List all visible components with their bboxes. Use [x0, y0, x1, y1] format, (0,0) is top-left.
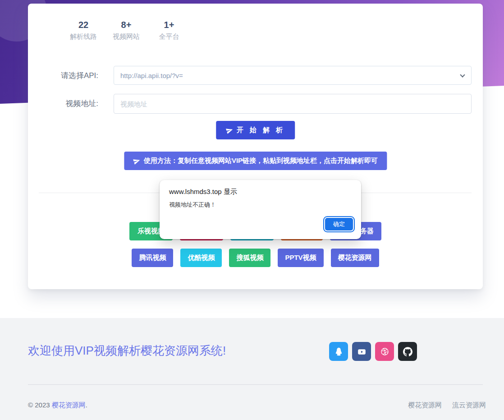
stat-value: 1+ — [153, 19, 185, 31]
platform-button-tencent[interactable]: 腾讯视频 — [132, 249, 173, 267]
dribbble-icon — [380, 347, 389, 356]
github-social-button[interactable] — [398, 342, 417, 361]
usage-instructions-text: 使用方法：复制任意视频网站VIP链接，粘贴到视频地址栏，点击开始解析即可 — [144, 157, 378, 165]
api-form-row: 请选择API: http://api.apii.top/?v= — [28, 66, 483, 86]
copyright-suffix: . — [86, 401, 87, 409]
stat-label: 解析线路 — [68, 32, 99, 42]
qq-icon — [334, 347, 344, 356]
stat-all-platform: 1+ 全平台 — [153, 19, 185, 42]
platform-button-sohu[interactable]: 搜狐视频 — [229, 249, 270, 267]
platform-button-sakura[interactable]: 樱花资源网 — [331, 249, 379, 267]
start-parse-button[interactable]: 开 始 解 析 — [216, 121, 295, 139]
footer-links: 樱花资源网 流云资源网 — [408, 401, 486, 410]
alert-dialog-message: 视频地址不正确！ — [169, 201, 216, 209]
qq-social-button[interactable] — [329, 342, 348, 361]
start-parse-label: 开 始 解 析 — [237, 126, 285, 134]
platform-button-pptv[interactable]: PPTV视频 — [278, 249, 323, 267]
stats-row: 22 解析线路 8+ 视频网站 1+ 全平台 — [68, 19, 185, 42]
stat-video-sites: 8+ 视频网站 — [110, 19, 142, 42]
paper-plane-icon — [132, 156, 141, 165]
stat-value: 22 — [68, 19, 99, 31]
video-url-input[interactable] — [114, 94, 472, 114]
platform-button-youku[interactable]: 优酷视频 — [180, 249, 222, 267]
youtube-icon — [357, 347, 367, 356]
github-icon — [403, 347, 412, 356]
copyright-site-link[interactable]: 樱花资源网 — [52, 401, 86, 409]
platform-row-2: 腾讯视频 优酷视频 搜狐视频 PPTV视频 樱花资源网 — [28, 249, 483, 267]
alert-confirm-button[interactable]: 确定 — [325, 218, 353, 231]
dribbble-social-button[interactable] — [375, 342, 394, 361]
paper-plane-icon — [225, 125, 234, 134]
social-buttons — [329, 342, 417, 361]
stat-value: 8+ — [110, 19, 142, 31]
stat-label: 全平台 — [153, 32, 185, 42]
stat-parse-lines: 22 解析线路 — [68, 19, 99, 42]
video-form-row: 视频地址: — [28, 94, 483, 114]
copyright: © 2023 樱花资源网. — [28, 401, 87, 410]
footer-link-sakura[interactable]: 樱花资源网 — [408, 401, 442, 410]
alert-dialog-title: www.lshmds3.top 显示 — [169, 188, 237, 196]
stat-label: 视频网站 — [110, 32, 142, 42]
youtube-social-button[interactable] — [352, 342, 371, 361]
browser-alert-dialog: www.lshmds3.top 显示 视频地址不正确！ 确定 — [160, 180, 361, 239]
footer-link-liuyun[interactable]: 流云资源网 — [452, 401, 486, 410]
footer-divider — [28, 384, 483, 385]
usage-instructions-banner: 使用方法：复制任意视频网站VIP链接，粘贴到视频地址栏，点击开始解析即可 — [124, 152, 387, 170]
parser-card: 22 解析线路 8+ 视频网站 1+ 全平台 请选择API: http://ap… — [28, 4, 483, 289]
video-url-label: 视频地址: — [28, 94, 98, 114]
copyright-prefix: © 2023 — [28, 401, 52, 409]
footer-welcome-heading: 欢迎使用VIP视频解析樱花资源网系统! — [28, 343, 226, 359]
api-select-label: 请选择API: — [28, 66, 98, 86]
api-select[interactable]: http://api.apii.top/?v= — [114, 66, 472, 85]
